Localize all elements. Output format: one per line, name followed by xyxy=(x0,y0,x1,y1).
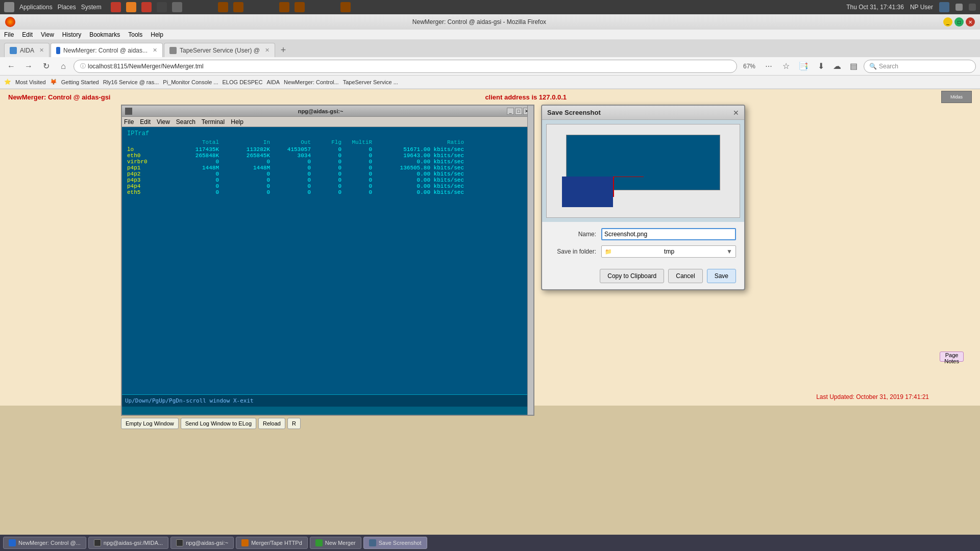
terminal-scrollbar[interactable] xyxy=(527,106,533,415)
bookmark-newmerger[interactable]: NewMerger: Control... xyxy=(284,79,339,85)
reload-button-action[interactable]: Reload xyxy=(258,418,285,429)
save-button[interactable]: Save xyxy=(707,269,736,283)
dialog-form: Name: Save in folder: 📁 tmp ▼ xyxy=(542,222,744,269)
terminal-row-eth0: eth0 265848K 265845K 3034 0 0 19643.00 k… xyxy=(127,153,528,159)
bookmarks-menu[interactable]: Bookmarks xyxy=(89,31,120,38)
applications-menu[interactable]: Applications xyxy=(19,4,53,11)
new-tab-button[interactable]: + xyxy=(276,43,290,57)
reader-button[interactable]: ▤ xyxy=(846,59,861,73)
bookmark-star-button[interactable]: ☆ xyxy=(779,59,793,73)
save-screenshot-dialog: Save Screenshot ✕ Name: Save in folder: … xyxy=(541,105,745,290)
url-bar[interactable]: ⓘ localhost:8115/NewMerger/NewMerger.tml xyxy=(74,60,737,73)
download-button[interactable]: ⬇ xyxy=(814,59,828,73)
view-menu[interactable]: View xyxy=(41,31,54,38)
taskbar-terminal1-label: npg@aidas-gsi:/MIDA... xyxy=(104,540,163,546)
taskbar-newmerger[interactable]: NewMerger: Control @... xyxy=(3,537,86,549)
terminal-menu-view[interactable]: View xyxy=(157,118,170,126)
more-options-button[interactable]: ··· xyxy=(762,59,776,73)
tab-newmerger-label: NewMerger: Control @ aidas... xyxy=(63,47,148,54)
page-notes-button[interactable]: Page Notes xyxy=(940,352,964,362)
taskbar-save-screenshot[interactable]: Save Screenshot xyxy=(363,537,427,549)
maximize-button[interactable]: □ xyxy=(954,17,964,27)
minimize-button[interactable]: _ xyxy=(943,17,952,27)
os-network-icon xyxy=(939,2,949,12)
dialog-close-button[interactable]: ✕ xyxy=(733,109,739,117)
taskbar-camera-icon xyxy=(369,539,376,546)
system-menu[interactable]: System xyxy=(81,4,102,11)
app-icon-9[interactable] xyxy=(295,2,305,12)
home-button[interactable]: ⌂ xyxy=(56,59,70,73)
terminal-maximize[interactable]: □ xyxy=(515,108,522,115)
tab-aida-icon xyxy=(10,47,17,54)
os-logo-icon[interactable] xyxy=(4,2,14,12)
bookmark-tapeserver[interactable]: TapeServer Service ... xyxy=(343,79,398,85)
terminal-bottom-bar: Up/Down/PgUp/PgDn-scroll window X-exit xyxy=(122,394,533,407)
app-icon-5[interactable] xyxy=(172,2,182,12)
bookmark-elog[interactable]: ELOG DESPEC xyxy=(223,79,263,85)
name-label: Name: xyxy=(550,231,596,238)
back-button[interactable]: ← xyxy=(4,59,18,73)
cancel-button[interactable]: Cancel xyxy=(668,269,702,283)
tab-bar: AIDA ✕ NewMerger: Control @ aidas... ✕ T… xyxy=(0,40,980,57)
close-button[interactable]: ✕ xyxy=(966,17,975,27)
tab-tapeserver-close[interactable]: ✕ xyxy=(265,47,270,54)
taskbar-new-merger[interactable]: New Merger xyxy=(310,537,361,549)
bookmark-list-button[interactable]: 📑 xyxy=(796,59,811,73)
bookmark-aida[interactable]: AIDA xyxy=(266,79,280,85)
folder-label: Save in folder: xyxy=(550,248,596,255)
terminal-minimize[interactable]: _ xyxy=(507,108,514,115)
terminal-menu-edit[interactable]: Edit xyxy=(140,118,151,126)
empty-log-button[interactable]: Empty Log Window xyxy=(121,418,179,429)
tab-newmerger-close[interactable]: ✕ xyxy=(153,47,157,54)
firefox-chrome: NewMerger: Control @ aidas-gsi - Mozilla… xyxy=(0,14,980,89)
bookmark-rly16[interactable]: Rly16 Service @ ras... xyxy=(103,79,159,85)
taskbar-newmerger-label: NewMerger: Control @... xyxy=(18,540,81,546)
tools-menu[interactable]: Tools xyxy=(128,31,142,38)
tab-aida-close[interactable]: ✕ xyxy=(39,47,44,54)
folder-select[interactable]: 📁 tmp ▼ xyxy=(601,245,736,258)
taskbar-merger-httpd[interactable]: Merger/Tape HTTPd xyxy=(236,537,308,549)
file-menu[interactable]: File xyxy=(4,31,14,38)
search-placeholder: Search xyxy=(879,63,898,70)
taskbar-terminal2[interactable]: npg@aidas-gsi:~ xyxy=(170,537,234,549)
preview-blue-bar xyxy=(562,177,613,207)
tab-tapeserver[interactable]: TapeServer Service (User) @ ✕ xyxy=(164,43,275,57)
bookmark-most-visited[interactable]: Most Visited xyxy=(15,79,46,85)
folder-value: tmp xyxy=(664,248,674,255)
terminal-menu-help[interactable]: Help xyxy=(231,118,243,126)
app-icon-7[interactable] xyxy=(233,2,243,12)
terminal-menu-search[interactable]: Search xyxy=(176,118,195,126)
forward-button[interactable]: → xyxy=(21,59,36,73)
preview-inner xyxy=(546,124,740,218)
reload-button[interactable]: ↻ xyxy=(39,59,53,73)
app-icon-6[interactable] xyxy=(218,2,228,12)
app-icon-4[interactable] xyxy=(157,2,167,12)
copy-clipboard-button[interactable]: Copy to Clipboard xyxy=(600,269,664,283)
app-icon-3[interactable] xyxy=(141,2,152,12)
bookmark-pi-monitor[interactable]: Pi_Monitor Console ... xyxy=(163,79,218,85)
search-bar[interactable]: 🔍 Search xyxy=(864,60,976,73)
r-button[interactable]: R xyxy=(287,418,301,429)
app-icon-1[interactable] xyxy=(111,2,121,12)
dialog-title: Save Screenshot xyxy=(547,109,601,116)
send-log-elog-button[interactable]: Send Log Window to ELog xyxy=(181,418,256,429)
history-menu[interactable]: History xyxy=(62,31,81,38)
taskbar-terminal1[interactable]: npg@aidas-gsi:/MIDA... xyxy=(88,537,168,549)
sync-button[interactable]: ☁ xyxy=(830,59,844,73)
help-menu[interactable]: Help xyxy=(151,31,163,38)
terminal-menu-file[interactable]: File xyxy=(124,118,134,126)
app-icon-8[interactable] xyxy=(279,2,289,12)
tab-newmerger[interactable]: NewMerger: Control @ aidas... ✕ xyxy=(51,43,163,57)
places-menu[interactable]: Places xyxy=(58,4,76,11)
taskbar-save-screenshot-label: Save Screenshot xyxy=(379,540,422,546)
dialog-preview xyxy=(542,120,744,222)
terminal-menu-terminal[interactable]: Terminal xyxy=(202,118,225,126)
edit-menu[interactable]: Edit xyxy=(22,31,33,38)
bookmark-getting-started[interactable]: Getting Started xyxy=(61,79,99,85)
tab-aida[interactable]: AIDA ✕ xyxy=(4,43,50,57)
terminal-titlebar[interactable]: npg@aidas-gsi:~ _ □ ✕ xyxy=(122,106,533,117)
filename-input[interactable] xyxy=(601,228,736,240)
app-icon-2[interactable] xyxy=(126,2,136,12)
app-icon-10[interactable] xyxy=(340,2,351,12)
bookmark-most-visited-icon: ⭐ xyxy=(4,79,11,85)
